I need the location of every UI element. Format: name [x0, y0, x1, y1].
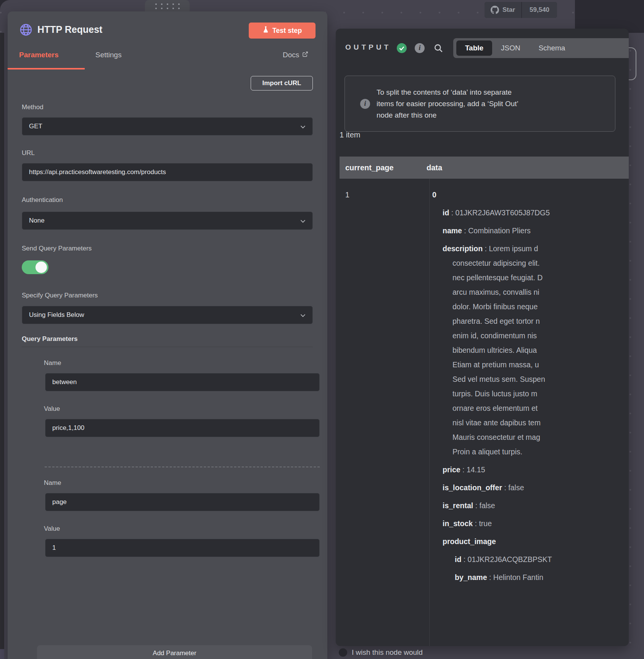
- data-line: is_location_offer : false: [432, 480, 629, 495]
- authentication-label: Authentication: [22, 196, 63, 204]
- data-line: consectetur adipiscing elit.: [432, 256, 629, 270]
- specify-query-parameters-label: Specify Query Parameters: [22, 292, 98, 299]
- data-line: in_stock : true: [432, 516, 629, 531]
- data-line: bibendum ultricies. Aliqua: [432, 343, 629, 357]
- active-tab-underline: [8, 68, 85, 69]
- data-line: is_rental : false: [432, 498, 629, 513]
- test-step-button[interactable]: Test step: [249, 23, 316, 39]
- column-divider: [429, 179, 430, 646]
- info-circle-icon: [360, 99, 370, 109]
- items-count: 1 item: [340, 131, 360, 139]
- query-parameters-section-title: Query Parameters: [22, 335, 77, 343]
- data-line: product_image: [432, 534, 629, 549]
- column-header-current-page[interactable]: current_page: [340, 163, 427, 172]
- data-cell-lines: 0id : 01JKR2J6AW3T605J87DG5name : Combin…: [432, 187, 629, 585]
- callout-text: To split the contents of ‘data’ into sep…: [377, 87, 518, 121]
- specify-query-parameters-select[interactable]: Using Fields Below: [22, 306, 313, 324]
- tab-schema[interactable]: Schema: [539, 44, 565, 52]
- data-line: description : Lorem ipsum d: [432, 241, 629, 256]
- data-line: Etiam at pretium massa, u: [432, 357, 629, 372]
- output-view-tabs: Table JSON Schema: [453, 38, 629, 58]
- output-panel-title: OUTPUT: [345, 43, 391, 52]
- left-panel-edge: [0, 33, 4, 649]
- send-query-parameters-toggle[interactable]: [22, 260, 48, 274]
- flask-icon: [262, 26, 269, 35]
- tab-parameters[interactable]: Parameters: [19, 51, 59, 59]
- data-line: 0: [432, 187, 629, 202]
- output-panel: OUTPUT Table JSON Schema To split the co…: [336, 29, 629, 646]
- top-right-panel-edge: [575, 0, 644, 33]
- param-name-input[interactable]: page: [45, 493, 320, 511]
- data-line: Sed vel metus sem. Suspen: [432, 372, 629, 386]
- data-line: arcu maximus, convallis ni: [432, 285, 629, 299]
- table-header-row: current_page data: [340, 157, 629, 179]
- github-star-count[interactable]: 59,540: [522, 2, 557, 18]
- param-value-input[interactable]: 1: [45, 539, 320, 557]
- data-line: dolor. Morbi finibus neque: [432, 299, 629, 314]
- url-label: URL: [22, 149, 35, 157]
- section-divider: [22, 347, 313, 347]
- method-label: Method: [22, 103, 43, 111]
- search-icon[interactable]: [433, 43, 443, 53]
- data-line: Proin a aliquet turpis.: [432, 444, 629, 459]
- parameter-divider: [45, 467, 320, 467]
- data-line: id : 01JKR2J6AW3T605J87DG5: [432, 205, 629, 220]
- chevron-down-icon: [299, 217, 307, 227]
- node-settings-panel: HTTP Request Test step Parameters Settin…: [8, 11, 327, 659]
- tab-settings[interactable]: Settings: [95, 51, 122, 59]
- data-line: by_name : Helinton Fantin: [432, 570, 629, 585]
- data-line: id : 01JKR2J6ACQBZBPSKT: [432, 552, 629, 567]
- github-star-widget[interactable]: Star 59,540: [485, 2, 557, 18]
- param-value-label: Value: [44, 405, 60, 413]
- data-line: nec pellentesque feugiat. D: [432, 270, 629, 285]
- send-query-parameters-label: Send Query Parameters: [22, 245, 92, 252]
- column-header-data[interactable]: data: [427, 163, 442, 172]
- data-line: pharetra. Sed eget tortor n: [432, 314, 629, 328]
- add-parameter-button[interactable]: Add Parameter: [37, 645, 312, 659]
- url-input[interactable]: https://api.practicesoftwaretesting.com/…: [22, 163, 313, 181]
- tab-table[interactable]: Table: [456, 40, 492, 56]
- github-star-label: Star: [502, 6, 515, 14]
- method-select[interactable]: GET: [22, 117, 313, 136]
- param-name-label: Name: [44, 359, 61, 367]
- drag-dots-icon: [155, 3, 180, 9]
- data-line: ornare eros elementum et: [432, 401, 629, 415]
- tab-json[interactable]: JSON: [501, 44, 520, 52]
- data-line: enim id, condimentum nis: [432, 328, 629, 343]
- panel-drag-handle[interactable]: [145, 0, 190, 12]
- feedback-emoji-icon: [339, 648, 347, 657]
- check-circle-icon: [397, 43, 407, 53]
- node-title: HTTP Request: [37, 24, 102, 35]
- data-line: Mauris consectetur et mag: [432, 430, 629, 444]
- http-request-node-globe-icon: [19, 23, 33, 37]
- chevron-down-icon: [299, 123, 307, 133]
- current-page-cell: 1: [345, 187, 349, 202]
- param-name-input[interactable]: between: [45, 373, 320, 391]
- github-icon: [491, 6, 499, 14]
- import-curl-button[interactable]: Import cURL: [251, 76, 313, 90]
- split-out-hint-callout: To split the contents of ‘data’ into sep…: [345, 76, 615, 132]
- data-line: nisl vitae ante dapibus tem: [432, 415, 629, 430]
- canvas-node-fragment: [0, 649, 4, 659]
- node-feedback-prompt[interactable]: I wish this node would: [339, 648, 423, 657]
- data-line: price : 14.15: [432, 462, 629, 477]
- param-name-label: Name: [44, 479, 61, 487]
- info-circle-icon[interactable]: [415, 43, 425, 53]
- github-star-button[interactable]: Star: [485, 2, 521, 18]
- docs-link[interactable]: Docs: [283, 51, 308, 59]
- chevron-down-icon: [299, 311, 307, 321]
- toggle-knob: [35, 262, 47, 273]
- external-link-icon: [302, 51, 308, 59]
- authentication-select[interactable]: None: [22, 212, 313, 230]
- data-line: turpis. Duis luctus justo m: [432, 386, 629, 401]
- data-line: name : Combination Pliers: [432, 223, 629, 238]
- param-value-label: Value: [44, 525, 60, 533]
- param-value-input[interactable]: price,1,100: [45, 419, 320, 437]
